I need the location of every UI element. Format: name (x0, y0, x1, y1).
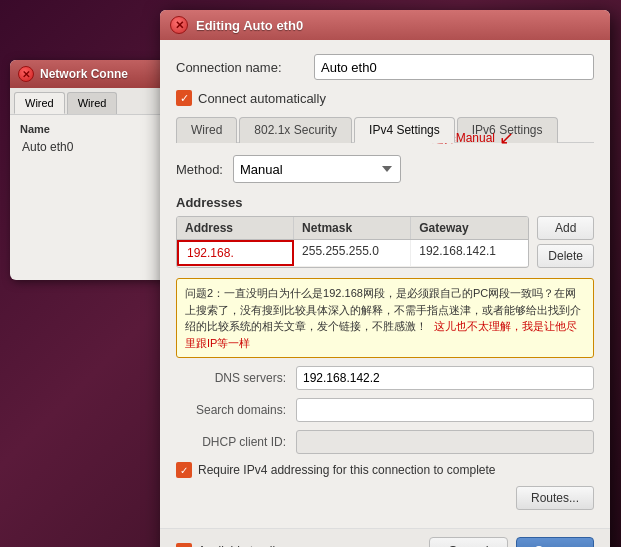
available-label: Available to all users (198, 544, 308, 548)
cell-netmask[interactable]: 255.255.255.0 (294, 240, 411, 266)
save-button[interactable]: Save... (516, 537, 594, 547)
connection-name-label: Connection name: (176, 60, 306, 75)
table-row[interactable]: 192.168. 255.255.255.0 192.168.142.1 (177, 240, 528, 266)
editing-dialog: ✕ Editing Auto eth0 Connection name: ✓ C… (160, 10, 610, 547)
header-gateway: Gateway (411, 217, 528, 239)
bg-content: Name Auto eth0 (10, 115, 170, 163)
tab-wired[interactable]: Wired (176, 117, 237, 143)
connect-auto-label: Connect automatically (198, 91, 326, 106)
method-select[interactable]: Manual Automatic (DHCP) Link-Local Only … (233, 155, 401, 183)
method-row: Method: Manual Automatic (DHCP) Link-Loc… (176, 155, 594, 183)
dialog-footer: ✓ Available to all users Cancel Save... (160, 528, 610, 547)
addresses-table: Address Netmask Gateway 192.168. 255.255… (176, 216, 529, 268)
table-header: Address Netmask Gateway (177, 217, 528, 240)
search-domains-row: Search domains: (176, 398, 594, 422)
dhcp-label: DHCP client ID: (176, 435, 286, 449)
connect-auto-checkbox[interactable]: ✓ (176, 90, 192, 106)
search-domains-input[interactable] (296, 398, 594, 422)
header-netmask: Netmask (294, 217, 411, 239)
tab-802[interactable]: 802.1x Security (239, 117, 352, 143)
addresses-container: Address Netmask Gateway 192.168. 255.255… (176, 216, 594, 268)
require-row: ✓ Require IPv4 addressing for this conne… (176, 462, 594, 478)
bg-close-button[interactable]: ✕ (18, 66, 34, 82)
bg-tab-wired2[interactable]: Wired (67, 92, 118, 114)
dialog-titlebar: ✕ Editing Auto eth0 (160, 10, 610, 40)
dialog-close-button[interactable]: ✕ (170, 16, 188, 34)
dhcp-row: DHCP client ID: (176, 430, 594, 454)
routes-button[interactable]: Routes... (516, 486, 594, 510)
routes-row: Routes... (176, 486, 594, 510)
network-connections-window: ✕ Network Conne Wired Wired Name Auto et… (10, 60, 170, 280)
dns-input[interactable] (296, 366, 594, 390)
addresses-title: Addresses (176, 195, 594, 210)
cell-address[interactable]: 192.168. (177, 240, 294, 266)
method-label: Method: (176, 162, 223, 177)
search-domains-label: Search domains: (176, 403, 286, 417)
dhcp-input (296, 430, 594, 454)
footer-buttons: Cancel Save... (429, 537, 594, 547)
tab-ipv4[interactable]: IPv4 Settings (354, 117, 455, 143)
connect-auto-row: ✓ Connect automatically (176, 90, 594, 106)
dns-label: DNS servers: (176, 371, 286, 385)
dialog-body: Connection name: ✓ Connect automatically… (160, 40, 610, 528)
connection-name-row: Connection name: (176, 54, 594, 80)
cell-gateway[interactable]: 192.168.142.1 (411, 240, 528, 266)
bg-name-column: Name (16, 121, 164, 137)
available-checkbox[interactable]: ✓ (176, 543, 192, 548)
bg-window-title: Network Conne (40, 67, 128, 81)
add-button[interactable]: Add (537, 216, 594, 240)
addr-buttons: Add Delete (537, 216, 594, 268)
bg-list-item[interactable]: Auto eth0 (16, 137, 164, 157)
bg-titlebar: ✕ Network Conne (10, 60, 170, 88)
bg-tab-wired1[interactable]: Wired (14, 92, 65, 114)
cancel-button[interactable]: Cancel (429, 537, 507, 547)
header-address: Address (177, 217, 294, 239)
require-label: Require IPv4 addressing for this connect… (198, 463, 496, 477)
delete-button[interactable]: Delete (537, 244, 594, 268)
tabs-row: Wired 802.1x Security IPv4 Settings IPv6… (176, 116, 594, 143)
bg-tabs: Wired Wired (10, 88, 170, 115)
connection-name-input[interactable] (314, 54, 594, 80)
available-row: ✓ Available to all users (176, 543, 308, 548)
dialog-title: Editing Auto eth0 (196, 18, 303, 33)
annotation-box: 问题2：一直没明白为什么是192.168网段，是必须跟自己的PC网段一致吗？在网… (176, 278, 594, 358)
require-checkbox[interactable]: ✓ (176, 462, 192, 478)
dns-row: DNS servers: (176, 366, 594, 390)
